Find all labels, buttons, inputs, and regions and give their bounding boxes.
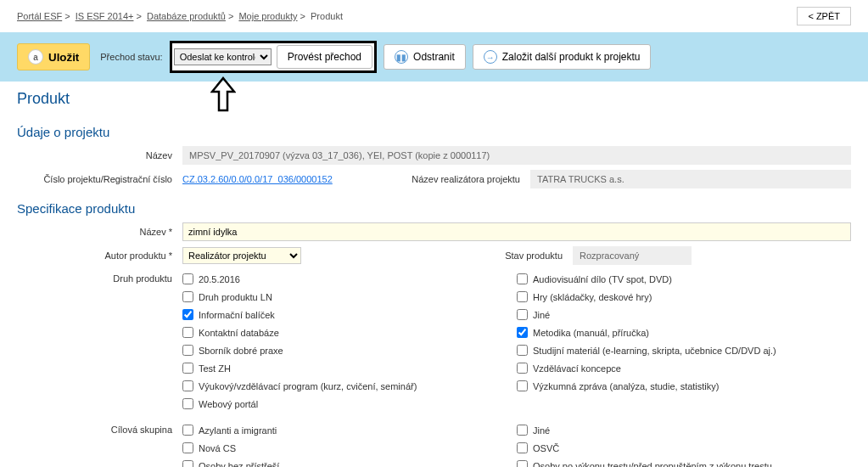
realizer-label: Název realizátora projektu <box>386 174 530 184</box>
save-label: Uložit <box>48 51 79 64</box>
product-state-value: Rozpracovaný <box>573 246 692 265</box>
checkbox-label: Hry (skládačky, deskové hry) <box>533 292 652 302</box>
checkbox[interactable] <box>182 460 193 467</box>
checkbox-item[interactable]: Osoby po výkonu trestu/před propuštěním … <box>517 457 851 467</box>
checkbox-item[interactable]: Výzkumná zpráva (analýza, studie, statis… <box>517 377 851 395</box>
product-name-label: Název * <box>17 227 182 237</box>
product-type-label: Druh produktu <box>17 270 182 413</box>
highlight-annotation: Odeslat ke kontrole Provést přechod <box>170 41 377 73</box>
checkbox[interactable] <box>517 309 528 320</box>
checkbox-item[interactable]: Jiné <box>517 421 851 439</box>
bc-link[interactable]: Portál ESF <box>17 11 62 21</box>
author-select[interactable]: Realizátor projektu <box>182 247 301 264</box>
checkbox-item[interactable]: Vzdělávací koncepce <box>517 359 851 377</box>
project-name-label: Název <box>17 150 182 160</box>
checkbox-item[interactable]: Metodika (manuál, příručka) <box>517 324 851 341</box>
checkbox[interactable] <box>182 273 193 284</box>
checkbox[interactable] <box>182 380 193 391</box>
regnum-label: Číslo projektu/Registrační číslo <box>17 174 182 184</box>
arrow-annotation <box>210 76 236 114</box>
project-name-value: MPSV_PV_20170907 (výzva 03_17_036), YEI,… <box>182 146 851 165</box>
checkbox-item[interactable]: Výukový/vzdělávací program (kurz, cvičen… <box>182 377 517 395</box>
checkbox-label: Studijní materiál (e-learning, skripta, … <box>533 346 776 356</box>
checkbox-item[interactable]: Kontaktní databáze <box>182 324 517 341</box>
checkbox-label: Jiné <box>533 425 550 436</box>
product-name-input[interactable] <box>182 222 851 241</box>
checkbox-label: Nová CS <box>199 443 236 453</box>
checkbox[interactable] <box>517 380 528 391</box>
checkbox-item[interactable]: Azylanti a imigranti <box>182 421 517 439</box>
checkbox[interactable] <box>517 425 528 436</box>
target-group-label: Cílová skupina <box>17 421 182 467</box>
checkbox-label: Vzdělávací koncepce <box>533 363 621 374</box>
state-transition-label: Přechod stavu: <box>100 52 162 62</box>
checkbox[interactable] <box>182 327 193 338</box>
bc-current: Produkt <box>311 11 343 21</box>
checkbox-item[interactable]: Audiovisuální dílo (TV spot, DVD) <box>517 270 851 288</box>
checkbox[interactable] <box>182 309 193 320</box>
checkbox[interactable] <box>182 425 193 436</box>
checkbox-item[interactable]: Studijní materiál (e-learning, skripta, … <box>517 341 851 359</box>
checkbox[interactable] <box>517 345 528 356</box>
checkbox-item[interactable]: Webový portál <box>182 395 517 413</box>
checkbox-label: Druh produktu LN <box>199 292 272 302</box>
project-section-title: Údaje o projektu <box>17 125 851 139</box>
checkbox-label: 20.5.2016 <box>199 274 240 284</box>
create-another-button[interactable]: → Založit další produkt k projektu <box>473 44 652 70</box>
checkbox[interactable] <box>182 442 193 453</box>
checkbox[interactable] <box>517 442 528 453</box>
checkbox[interactable] <box>517 460 528 467</box>
checkbox-label: Metodika (manuál, příručka) <box>533 328 649 338</box>
regnum-link[interactable]: CZ.03.2.60/0.0/0.0/17_036/0000152 <box>182 174 333 184</box>
checkbox[interactable] <box>182 398 193 409</box>
checkbox-label: Webový portál <box>199 399 258 409</box>
checkbox-item[interactable]: Jiné <box>517 306 851 324</box>
checkbox-label: Sborník dobré praxe <box>199 346 283 356</box>
checkbox-item[interactable]: Nová CS <box>182 439 517 457</box>
arrow-right-icon: → <box>484 50 497 64</box>
bc-link[interactable]: Databáze produktů <box>147 11 226 21</box>
realizer-value: TATRA TRUCKS a.s. <box>530 170 851 188</box>
spec-section-title: Specifikace produktu <box>17 201 851 216</box>
product-state-label: Stav produktu <box>428 250 573 261</box>
author-label: Autor produktu * <box>17 250 182 261</box>
checkbox[interactable] <box>517 327 528 338</box>
checkbox[interactable] <box>182 291 193 302</box>
checkbox-label: Informační balíček <box>199 310 275 320</box>
checkbox-item[interactable]: 20.5.2016 <box>182 270 517 288</box>
checkbox-item[interactable]: Informační balíček <box>182 306 517 324</box>
checkbox-item[interactable]: Hry (skládačky, deskové hry) <box>517 288 851 306</box>
save-icon: a <box>28 49 43 65</box>
checkbox-item[interactable]: OSVČ <box>517 439 851 457</box>
state-select[interactable]: Odeslat ke kontrole <box>174 48 272 65</box>
checkbox-label: OSVČ <box>533 443 559 453</box>
breadcrumb: Portál ESF> IS ESF 2014+> Databáze produ… <box>17 11 343 21</box>
bc-link[interactable]: Moje produkty <box>238 11 297 21</box>
checkbox[interactable] <box>517 363 528 374</box>
checkbox[interactable] <box>517 273 528 284</box>
checkbox-label: Test ZH <box>199 363 231 374</box>
checkbox-label: Azylanti a imigranti <box>199 425 277 436</box>
do-transition-button[interactable]: Provést přechod <box>277 45 372 69</box>
checkbox-label: Kontaktní databáze <box>199 328 279 338</box>
bc-link[interactable]: IS ESF 2014+ <box>76 11 134 21</box>
checkbox-item[interactable]: Sborník dobré praxe <box>182 341 517 359</box>
remove-button[interactable]: ▮▮ Odstranit <box>384 44 466 70</box>
checkbox-label: Výzkumná zpráva (analýza, studie, statis… <box>533 381 719 391</box>
pause-icon: ▮▮ <box>395 50 408 64</box>
checkbox[interactable] <box>517 291 528 302</box>
checkbox-label: Výukový/vzdělávací program (kurz, cvičen… <box>199 381 417 391</box>
back-button[interactable]: < ZPĚT <box>797 7 851 25</box>
action-bar: a Uložit Přechod stavu: Odeslat ke kontr… <box>0 32 868 82</box>
page-title: Produkt <box>17 90 851 108</box>
checkbox-label: Audiovisuální dílo (TV spot, DVD) <box>533 274 672 284</box>
checkbox-item[interactable]: Test ZH <box>182 359 517 377</box>
checkbox[interactable] <box>182 345 193 356</box>
checkbox-label: Osoby po výkonu trestu/před propuštěním … <box>533 461 772 468</box>
save-button[interactable]: a Uložit <box>17 43 90 70</box>
checkbox-item[interactable]: Osoby bez přístřeší <box>182 457 517 467</box>
checkbox-item[interactable]: Druh produktu LN <box>182 288 517 306</box>
checkbox[interactable] <box>182 363 193 374</box>
checkbox-label: Jiné <box>533 310 550 320</box>
checkbox-label: Osoby bez přístřeší <box>199 461 279 468</box>
